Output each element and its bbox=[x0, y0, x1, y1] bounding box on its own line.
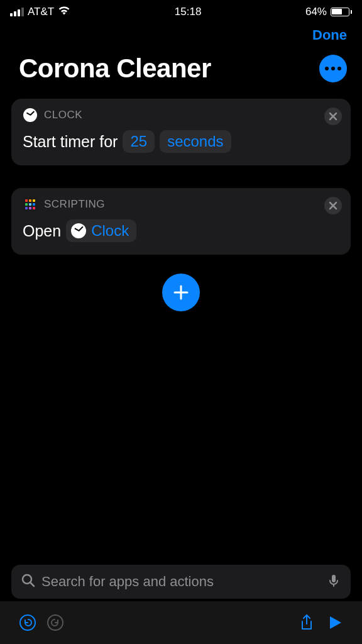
header: Corona Cleaner bbox=[0, 46, 362, 99]
wifi-icon bbox=[58, 5, 70, 18]
undo-button[interactable] bbox=[14, 609, 41, 636]
share-button[interactable] bbox=[293, 609, 321, 636]
status-time: 15:18 bbox=[175, 6, 202, 18]
signal-icon bbox=[10, 8, 24, 16]
more-icon bbox=[325, 67, 341, 70]
page-title: Corona Cleaner bbox=[19, 53, 211, 84]
search-input[interactable] bbox=[41, 574, 321, 590]
action-text: Start timer for bbox=[23, 133, 118, 151]
more-button[interactable] bbox=[319, 55, 347, 82]
battery-percent: 64% bbox=[305, 6, 327, 18]
clock-icon bbox=[23, 108, 38, 123]
status-bar: AT&T 15:18 64% bbox=[0, 0, 362, 21]
svg-rect-8 bbox=[332, 575, 336, 582]
timer-value-param[interactable]: 25 bbox=[123, 130, 155, 153]
remove-action-button[interactable] bbox=[324, 108, 342, 125]
timer-unit-param[interactable]: seconds bbox=[160, 130, 231, 153]
scripting-icon bbox=[23, 197, 38, 212]
mic-icon[interactable] bbox=[327, 574, 341, 590]
actions-list: CLOCK Start timer for 25 seconds SCRIPTI… bbox=[0, 99, 362, 255]
svg-line-7 bbox=[31, 583, 34, 586]
action-category-label: CLOCK bbox=[44, 109, 82, 121]
nav-bar: Done bbox=[0, 21, 362, 46]
battery-icon bbox=[331, 8, 352, 16]
remove-action-button[interactable] bbox=[324, 197, 342, 214]
add-action-button[interactable] bbox=[162, 274, 200, 311]
bottom-toolbar bbox=[0, 601, 362, 644]
carrier-label: AT&T bbox=[28, 6, 54, 18]
redo-button bbox=[41, 609, 69, 636]
app-param[interactable]: Clock bbox=[66, 219, 136, 242]
done-button[interactable]: Done bbox=[312, 27, 347, 43]
action-text: Open bbox=[23, 222, 61, 240]
action-card-timer[interactable]: CLOCK Start timer for 25 seconds bbox=[11, 99, 351, 165]
status-right: 64% bbox=[305, 6, 352, 18]
clock-app-icon bbox=[71, 223, 86, 238]
status-left: AT&T bbox=[10, 5, 70, 18]
action-card-open-app[interactable]: SCRIPTING Open Clock bbox=[11, 188, 351, 255]
run-button[interactable] bbox=[321, 609, 348, 636]
search-icon bbox=[21, 574, 35, 590]
app-name-label: Clock bbox=[91, 222, 129, 240]
search-bar[interactable] bbox=[11, 565, 351, 599]
action-category-label: SCRIPTING bbox=[44, 198, 105, 211]
svg-point-6 bbox=[23, 575, 31, 584]
